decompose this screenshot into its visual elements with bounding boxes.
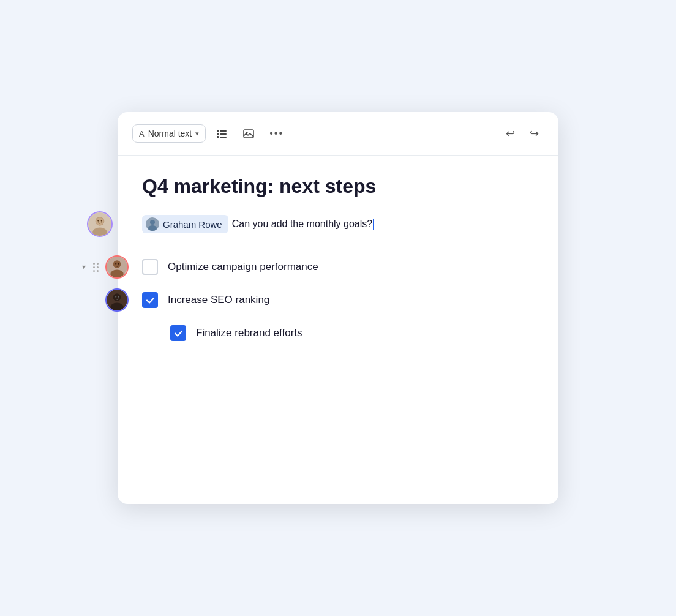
left-controls-1: ▾ — [81, 261, 100, 273]
avatar-user2-face — [107, 290, 127, 310]
chevron-down-icon: ▾ — [195, 130, 199, 138]
avatar-user1-face — [107, 257, 127, 277]
image-icon — [242, 127, 255, 140]
image-button[interactable] — [238, 124, 260, 143]
svg-point-21 — [118, 263, 119, 265]
outer-wrapper: A Normal text ▾ — [99, 45, 577, 571]
svg-point-18 — [113, 260, 121, 268]
checklist-item-2: Increase SEO ranking — [142, 284, 534, 317]
svg-rect-4 — [217, 136, 219, 138]
item-label-1: Optimize campaign performance — [168, 261, 318, 273]
item-label-2: Increase SEO ranking — [168, 294, 269, 306]
avatar-graham-face — [88, 212, 111, 236]
checklist-section: ▾ — [142, 250, 534, 350]
redo-button[interactable]: ↪ — [525, 123, 544, 144]
svg-point-15 — [150, 220, 155, 225]
collapse-button[interactable]: ▾ — [81, 261, 87, 272]
more-options-button[interactable]: ••• — [265, 124, 288, 143]
undo-icon: ↩ — [506, 127, 515, 140]
item-label-3: Finalize rebrand efforts — [196, 327, 302, 339]
svg-rect-3 — [220, 133, 227, 135]
svg-rect-2 — [217, 133, 219, 135]
checkbox-checked-3[interactable] — [170, 325, 186, 341]
undo-button[interactable]: ↩ — [501, 123, 520, 144]
svg-point-20 — [115, 263, 116, 265]
svg-point-23 — [113, 293, 121, 301]
svg-rect-5 — [220, 137, 227, 138]
text-cursor — [373, 219, 374, 230]
drag-dot — [97, 270, 99, 272]
svg-point-11 — [96, 217, 104, 225]
drag-dot — [93, 270, 95, 272]
list-icon — [216, 127, 228, 140]
drag-dot — [93, 266, 95, 268]
editor-card: A Normal text ▾ — [118, 112, 558, 504]
avatar-graham — [87, 211, 113, 237]
svg-point-25 — [115, 296, 116, 298]
svg-point-12 — [97, 220, 99, 221]
checkmark-icon — [146, 296, 155, 305]
svg-rect-0 — [217, 130, 219, 132]
mention-tag: Graham Rowe — [142, 215, 228, 233]
avatar-user1 — [105, 255, 129, 279]
drag-dot — [97, 266, 99, 268]
mention-avatar — [146, 217, 159, 231]
drag-dot — [97, 263, 99, 265]
checklist-item-1: ▾ — [142, 250, 534, 284]
svg-point-13 — [101, 220, 102, 221]
drag-handle[interactable] — [92, 261, 100, 273]
avatar-user2 — [105, 288, 129, 312]
toolbar: A Normal text ▾ — [118, 112, 558, 156]
mention-face — [146, 217, 159, 231]
redo-icon: ↪ — [530, 127, 539, 140]
text-style-dropdown[interactable]: A Normal text ▾ — [132, 124, 206, 143]
text-style-label: Normal text — [148, 129, 192, 138]
content-area: Q4 marketing: next steps — [118, 156, 558, 374]
checklist-item-3: Finalize rebrand efforts — [142, 317, 534, 350]
mention-name: Graham Rowe — [163, 219, 222, 230]
more-icon: ••• — [269, 128, 284, 139]
document-title: Q4 marketing: next steps — [142, 175, 534, 198]
comment-text: Can you add the monthly goals? — [232, 219, 372, 230]
checkbox-unchecked-1[interactable] — [142, 259, 158, 275]
text-style-a-icon: A — [139, 129, 145, 138]
svg-rect-1 — [220, 130, 227, 132]
comment-row: Graham Rowe Can you add the monthly goal… — [142, 215, 534, 233]
svg-point-26 — [118, 296, 119, 298]
list-button[interactable] — [211, 124, 233, 143]
drag-dot — [93, 263, 95, 265]
svg-rect-6 — [244, 130, 254, 138]
toolbar-right: ↩ ↪ — [501, 123, 544, 144]
checkmark-icon — [174, 329, 183, 338]
checkbox-checked-2[interactable] — [142, 292, 158, 308]
